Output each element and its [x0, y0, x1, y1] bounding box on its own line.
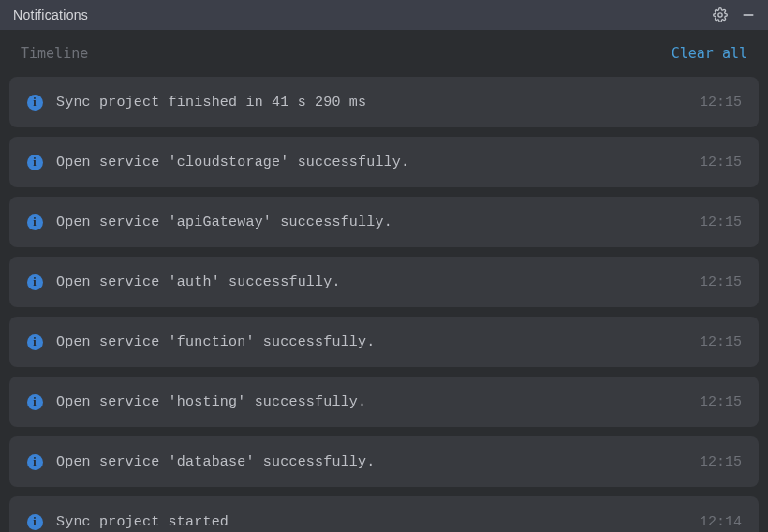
notification-item[interactable]: iSync project finished in 41 s 290 ms12:…: [9, 77, 759, 127]
notification-message: Open service 'apiGateway' successfully.: [56, 214, 675, 230]
clear-all-link[interactable]: Clear all: [672, 45, 747, 62]
notification-message: Open service 'hosting' successfully.: [56, 394, 675, 410]
notification-time: 12:15: [700, 155, 742, 170]
notification-time: 12:15: [700, 394, 742, 410]
notification-time: 12:15: [700, 334, 742, 350]
notification-time: 12:15: [700, 214, 742, 230]
notification-list: iSync project finished in 41 s 290 ms12:…: [9, 77, 759, 532]
notification-item[interactable]: iOpen service 'cloudstorage' successfull…: [9, 137, 759, 187]
notification-time: 12:14: [700, 514, 742, 530]
timeline-label: Timeline: [21, 45, 88, 62]
info-icon: i: [26, 393, 43, 410]
info-icon: i: [26, 513, 43, 530]
notifications-body: Timeline Clear all iSync project finishe…: [0, 30, 768, 532]
gear-icon: [713, 7, 728, 22]
minimize-button[interactable]: [738, 5, 759, 25]
notification-item[interactable]: iOpen service 'function' successfully.12…: [9, 317, 759, 367]
notification-message: Sync project started: [56, 514, 675, 530]
settings-button[interactable]: [710, 5, 731, 25]
info-icon: i: [26, 214, 43, 230]
notification-time: 12:15: [700, 454, 742, 470]
info-icon: i: [26, 453, 43, 470]
info-icon: i: [26, 154, 43, 170]
notification-message: Open service 'database' successfully.: [56, 454, 675, 470]
titlebar: Notifications: [0, 0, 768, 30]
panel-title: Notifications: [13, 7, 702, 22]
notification-item[interactable]: iOpen service 'apiGateway' successfully.…: [9, 197, 759, 247]
notification-item[interactable]: iOpen service 'database' successfully.12…: [9, 436, 759, 487]
minimize-icon: [741, 7, 756, 22]
info-icon: i: [26, 333, 43, 350]
timeline-header: Timeline Clear all: [9, 37, 759, 77]
info-icon: i: [26, 94, 43, 111]
notification-message: Open service 'cloudstorage' successfully…: [56, 155, 675, 170]
notification-message: Open service 'function' successfully.: [56, 334, 675, 350]
notification-item[interactable]: iOpen service 'hosting' successfully.12:…: [9, 377, 759, 427]
info-icon: i: [26, 273, 43, 290]
notification-time: 12:15: [700, 95, 742, 111]
notification-item[interactable]: iSync project started12:14: [9, 496, 759, 532]
notification-item[interactable]: iOpen service 'auth' successfully.12:15: [9, 257, 759, 307]
svg-point-0: [718, 13, 722, 17]
notification-time: 12:15: [700, 274, 742, 290]
notification-message: Open service 'auth' successfully.: [56, 274, 675, 290]
notification-message: Sync project finished in 41 s 290 ms: [56, 95, 675, 111]
